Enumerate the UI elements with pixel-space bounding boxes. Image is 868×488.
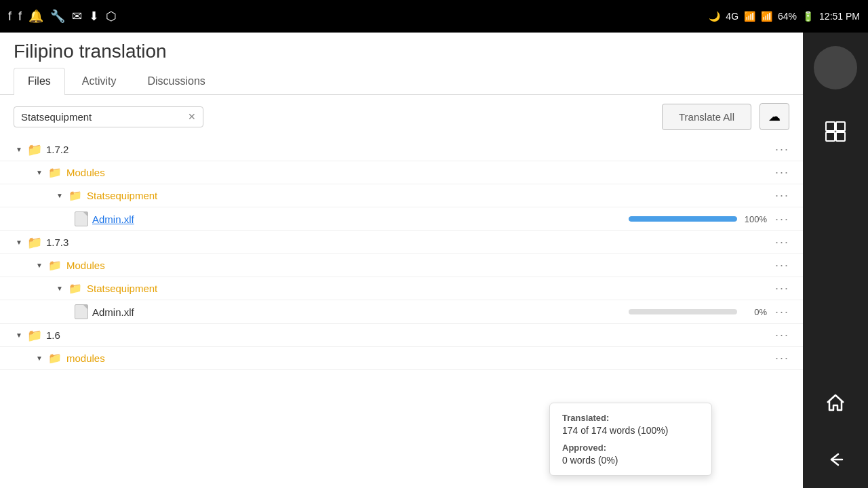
moon-icon: 🌙 [709, 11, 720, 22]
folder-icon: 📁 [68, 190, 83, 202]
main-wrapper: Filipino translation Files Activity Disc… [0, 33, 868, 488]
tabs: Files Activity Discussions [0, 68, 803, 95]
tree-row[interactable]: Admin.xlf 0% ··· [0, 300, 803, 324]
more-options-button[interactable]: ··· [775, 281, 789, 296]
status-bar-right: 🌙 4G 📶 📶 64% 🔋 12:51 PM [709, 11, 860, 22]
tree-row[interactable]: Admin.xlf 100% ··· [0, 207, 803, 231]
signal-label: 4G [726, 11, 738, 22]
right-sidebar [803, 33, 868, 488]
version-label: 1.7.3 [46, 237, 767, 248]
tab-files[interactable]: Files [14, 68, 65, 95]
mail-icon: ✉ [72, 9, 82, 24]
tree-row[interactable]: 📁 Statsequipment ··· [0, 277, 803, 300]
battery-icon: 🔋 [802, 11, 814, 22]
folder-icon: 📁 [47, 352, 62, 365]
folder-icon: 📁 [47, 167, 62, 179]
chevron-down-icon[interactable] [34, 167, 45, 178]
folder-label: Statsequipment [87, 283, 767, 294]
chevron-down-icon[interactable] [54, 283, 65, 294]
version-label: 1.6 [46, 329, 767, 341]
more-options-button[interactable]: ··· [775, 165, 789, 180]
chevron-down-icon[interactable] [54, 190, 65, 201]
more-options-button[interactable]: ··· [775, 328, 789, 342]
search-container: ✕ [14, 106, 203, 127]
tree-row[interactable]: 📁 1.7.3 ··· [0, 231, 803, 254]
sidebar-window-icon[interactable] [814, 110, 857, 153]
sidebar-avatar [814, 46, 857, 89]
tab-activity[interactable]: Activity [68, 68, 131, 94]
content-area: Filipino translation Files Activity Disc… [0, 33, 803, 488]
progress-bar-background [629, 216, 737, 222]
page-title: Filipino translation [0, 33, 803, 68]
progress-bar-background [629, 309, 737, 314]
tree-row[interactable]: 📁 Statsequipment ··· [0, 184, 803, 207]
version-label: 1.7.2 [46, 144, 767, 155]
xlf-file-icon [75, 304, 88, 319]
sidebar-home-icon[interactable] [814, 381, 857, 424]
translate-all-button[interactable]: Translate All [662, 104, 751, 130]
more-options-button[interactable]: ··· [775, 351, 789, 365]
file-label[interactable]: Admin.xlf [92, 214, 629, 225]
tooltip-approved-label: Approved: [562, 443, 699, 453]
tooltip-translated-section: Translated: 174 of 174 words (100%) [562, 413, 699, 436]
signal-icon: 📶 [744, 11, 755, 22]
folder-icon: 📁 [47, 260, 62, 272]
sidebar-back-icon[interactable] [814, 438, 857, 481]
cloud-icon: ☁ [768, 110, 781, 123]
search-input[interactable] [21, 111, 188, 123]
search-clear-icon[interactable]: ✕ [188, 111, 196, 122]
tree-row[interactable]: 📁 Modules ··· [0, 161, 803, 184]
chevron-down-icon[interactable] [34, 260, 45, 271]
toolbar: ✕ Translate All ☁ [0, 95, 803, 138]
status-bar-left: f f 🔔 🔧 ✉ ⬇ ⬡ [8, 9, 117, 24]
svg-rect-1 [836, 122, 845, 131]
battery-label: 64% [778, 11, 797, 22]
svg-rect-0 [826, 122, 835, 131]
version-folder-icon: 📁 [27, 329, 42, 342]
progress-bar-fill [629, 216, 737, 222]
folder-label: Modules [66, 167, 767, 178]
tooltip-translated-value: 174 of 174 words (100%) [562, 425, 699, 436]
folder-label: Statsequipment [87, 190, 767, 201]
file-tree: 📁 1.7.2 ··· 📁 Modules ··· 📁 Statsequipme… [0, 138, 803, 488]
chevron-down-icon[interactable] [34, 353, 45, 364]
tree-row[interactable]: 📁 modules ··· [0, 347, 803, 370]
cloud-button[interactable]: ☁ [760, 103, 789, 130]
folder-label: Modules [66, 260, 767, 271]
progress-container: 100% [629, 214, 767, 224]
more-options-button[interactable]: ··· [775, 142, 789, 157]
tree-row[interactable]: 📁 1.6 ··· [0, 324, 803, 347]
chevron-down-icon[interactable] [14, 237, 24, 248]
tree-row[interactable]: 📁 1.7.2 ··· [0, 138, 803, 161]
more-options-button[interactable]: ··· [775, 258, 789, 272]
fb-icon-1: f [8, 9, 12, 24]
more-options-button[interactable]: ··· [775, 212, 789, 226]
svg-rect-2 [826, 132, 835, 141]
signal-icon-2: 📶 [761, 11, 772, 22]
tooltip-approved-value: 0 words (0%) [562, 455, 699, 466]
instagram-icon: ⬡ [106, 9, 117, 24]
progress-container: 0% [629, 307, 767, 317]
status-bar: f f 🔔 🔧 ✉ ⬇ ⬡ 🌙 4G 📶 📶 64% 🔋 12:51 PM [0, 0, 868, 33]
progress-percent: 100% [743, 214, 767, 224]
folder-label: modules [66, 352, 767, 364]
more-options-button[interactable]: ··· [775, 188, 789, 203]
svg-rect-3 [836, 132, 845, 141]
folder-icon: 📁 [68, 283, 83, 295]
tooltip-translated-label: Translated: [562, 413, 699, 423]
tab-discussions[interactable]: Discussions [133, 68, 219, 94]
chevron-down-icon[interactable] [14, 330, 24, 341]
download-icon: ⬇ [89, 9, 99, 24]
time-label: 12:51 PM [819, 11, 860, 22]
notification-icon: 🔔 [28, 9, 43, 24]
tooltip-popup: Translated: 174 of 174 words (100%) Appr… [549, 403, 712, 476]
tree-row[interactable]: 📁 Modules ··· [0, 254, 803, 277]
chevron-down-icon[interactable] [14, 144, 24, 155]
wrench-icon: 🔧 [50, 9, 65, 24]
more-options-button[interactable]: ··· [775, 235, 789, 249]
version-folder-icon: 📁 [27, 144, 42, 156]
file-label[interactable]: Admin.xlf [92, 306, 629, 318]
more-options-button[interactable]: ··· [775, 305, 789, 319]
fb-icon-2: f [18, 9, 22, 24]
xlf-file-icon [75, 211, 88, 226]
